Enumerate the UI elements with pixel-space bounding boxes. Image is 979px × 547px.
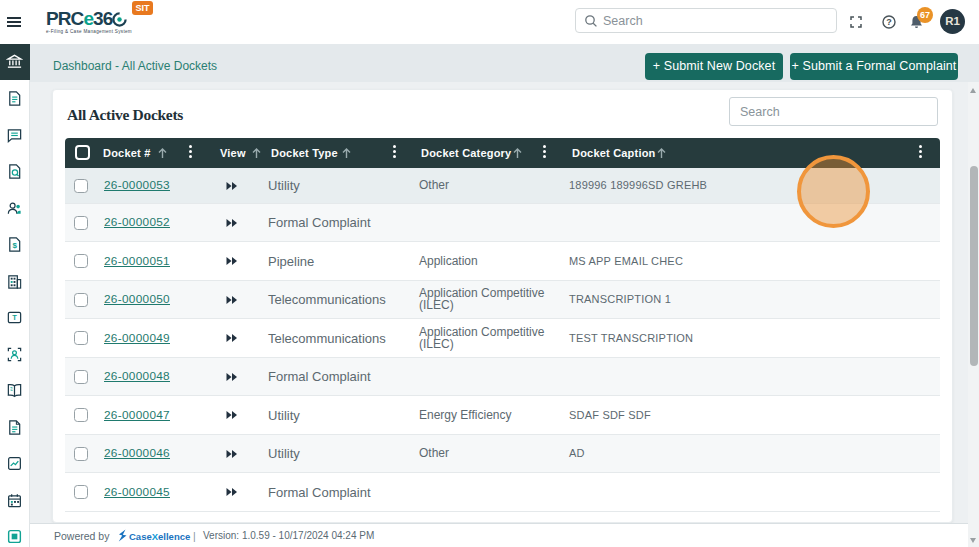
svg-text:$: $ <box>12 241 17 250</box>
svg-text:?: ? <box>886 17 892 27</box>
svg-text:T: T <box>12 313 17 322</box>
